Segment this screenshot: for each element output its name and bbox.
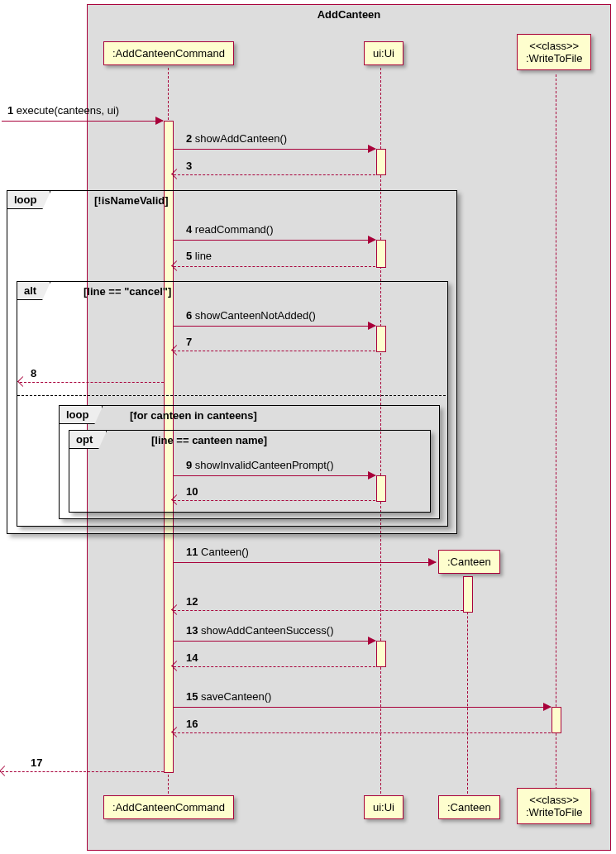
- msg-1-line: [2, 121, 163, 122]
- msg-9-line: [173, 475, 375, 476]
- participant-writetofile-bot: <<class>> :WriteToFile: [517, 788, 591, 824]
- msg-17-label: 17: [31, 756, 42, 769]
- msg-6-line: [173, 326, 375, 327]
- activation-canteen: [463, 576, 473, 613]
- loop-guard: [!isNameValid]: [94, 194, 169, 207]
- msg-11-line: [173, 562, 436, 563]
- activation-ui-13: [376, 641, 386, 667]
- loop2-guard: [for canteen in canteens]: [130, 409, 257, 422]
- participant-writetofile-top: <<class>> :WriteToFile: [517, 34, 591, 70]
- msg-3-line: [174, 174, 375, 175]
- msg-13-line: [173, 641, 375, 642]
- loop-label: loop: [7, 191, 50, 209]
- msg-13-label: 13 showAddCanteenSuccess(): [186, 624, 334, 637]
- stereotype-label: <<class>>: [529, 40, 579, 52]
- msg-11-label: 11 Canteen(): [186, 546, 249, 558]
- class-name: :WriteToFile: [526, 806, 582, 818]
- msg-10-label: 10: [186, 485, 198, 498]
- class-name: :WriteToFile: [526, 52, 582, 64]
- activation-ui-2: [376, 149, 386, 175]
- msg-2-line: [173, 149, 375, 150]
- msg-16-label: 16: [186, 718, 198, 730]
- lifeline-writetofile: [556, 74, 556, 794]
- msg-8-line: [20, 382, 164, 383]
- participant-canteen-created: :Canteen: [438, 550, 500, 574]
- msg-15-label: 15 saveCanteen(): [186, 690, 271, 703]
- msg-8-label: 8: [31, 367, 36, 379]
- activation-ui-6: [376, 326, 386, 352]
- msg-15-line: [173, 707, 551, 708]
- activation-ui-4: [376, 240, 386, 268]
- msg-14-label: 14: [186, 651, 198, 664]
- msg-3-label: 3: [186, 160, 192, 172]
- participant-ui-top: ui:Ui: [364, 41, 404, 65]
- participant-addcanteencommand-bot: :AddCanteenCommand: [103, 795, 234, 819]
- frame-title: AddCanteen: [318, 8, 381, 21]
- activation-writetofile: [552, 707, 561, 733]
- alt-guard: [line == "cancel"]: [84, 285, 171, 298]
- msg-7-line: [174, 351, 375, 351]
- opt-guard: [line == canteen name]: [151, 434, 267, 446]
- msg-5-label: 5 line: [186, 250, 212, 262]
- msg-14-line: [174, 666, 375, 667]
- msg-7-label: 7: [186, 336, 192, 348]
- msg-9-label: 9 showInvalidCanteenPrompt(): [186, 459, 334, 471]
- msg-10-line: [174, 500, 375, 501]
- msg-4-line: [173, 240, 375, 241]
- stereotype-label: <<class>>: [529, 794, 579, 806]
- msg-6-label: 6 showCanteenNotAdded(): [186, 309, 316, 322]
- msg-12-line: [174, 610, 463, 611]
- activation-ui-9: [376, 475, 386, 502]
- alt-label: alt: [17, 282, 50, 300]
- msg-12-label: 12: [186, 595, 198, 608]
- msg-17-line: [2, 771, 164, 772]
- participant-ui-bot: ui:Ui: [364, 795, 404, 819]
- msg-1-label: 1 execute(canteens, ui): [7, 104, 119, 117]
- msg-16-line: [174, 732, 551, 733]
- loop2-label: loop: [60, 406, 103, 424]
- participant-canteen-bot: :Canteen: [438, 795, 500, 819]
- alt-divider: [17, 395, 446, 396]
- participant-addcanteencommand-top: :AddCanteenCommand: [103, 41, 234, 65]
- msg-5-line: [174, 266, 375, 267]
- msg-4-label: 4 readCommand(): [186, 223, 274, 236]
- opt-label: opt: [69, 431, 107, 449]
- msg-2-label: 2 showAddCanteen(): [186, 132, 287, 145]
